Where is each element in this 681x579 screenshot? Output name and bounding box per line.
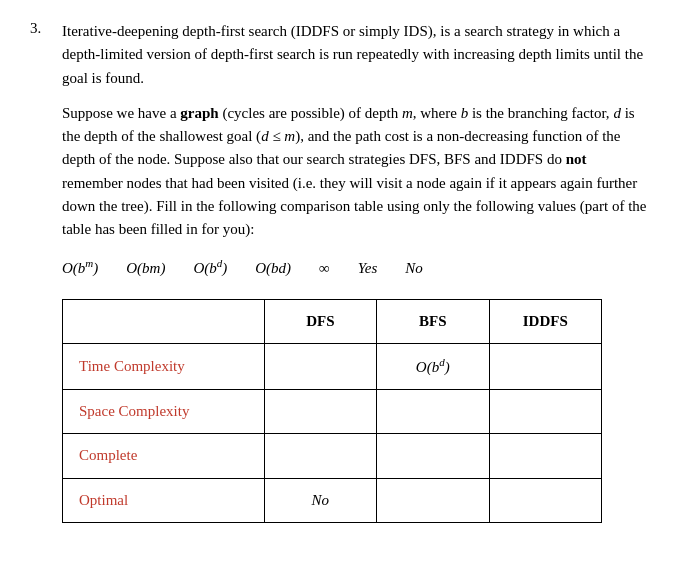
cell-time-dfs: [264, 343, 376, 389]
col-header-bfs: BFS: [377, 299, 489, 343]
cell-time-iddfs: [489, 343, 602, 389]
var-m: m: [402, 105, 413, 121]
bold-graph: graph: [180, 105, 218, 121]
cell-optimal-iddfs: [489, 478, 602, 522]
question-content: Iterative-deepening depth-first search (…: [62, 20, 651, 523]
col-header-iddfs: IDDFS: [489, 299, 602, 343]
cell-optimal-bfs: [377, 478, 489, 522]
cell-complete-dfs: [264, 434, 376, 478]
paragraph-2: Suppose we have a graph (cycles are poss…: [62, 102, 651, 242]
question-block: 3. Iterative-deepening depth-first searc…: [30, 20, 651, 523]
var-b: b: [461, 105, 469, 121]
val-obm: O(bm): [62, 255, 98, 280]
paragraph-1: Iterative-deepening depth-first search (…: [62, 20, 651, 90]
row-label-complete: Complete: [63, 434, 265, 478]
var-m2: m: [284, 128, 295, 144]
cell-time-bfs: O(bd): [377, 343, 489, 389]
table-header-row: DFS BFS IDDFS: [63, 299, 602, 343]
row-label-space: Space Complexity: [63, 390, 265, 434]
cell-complete-iddfs: [489, 434, 602, 478]
val-obd: O(bd): [193, 255, 227, 280]
var-d2: d: [261, 128, 269, 144]
cell-complete-bfs: [377, 434, 489, 478]
cell-space-bfs: [377, 390, 489, 434]
bold-not: not: [566, 151, 587, 167]
row-label-time: Time Complexity: [63, 343, 265, 389]
val-obm2: O(bm): [126, 257, 165, 280]
comparison-table: DFS BFS IDDFS Time Complexity O(bd) Spac…: [62, 299, 602, 523]
col-header-empty: [63, 299, 265, 343]
val-no: No: [405, 257, 423, 280]
val-obbd: O(bd): [255, 257, 291, 280]
question-number: 3.: [30, 20, 54, 523]
val-yes: Yes: [358, 257, 377, 280]
cell-optimal-dfs: No: [264, 478, 376, 522]
var-d: d: [613, 105, 621, 121]
table-row: Space Complexity: [63, 390, 602, 434]
cell-space-dfs: [264, 390, 376, 434]
col-header-dfs: DFS: [264, 299, 376, 343]
row-label-optimal: Optimal: [63, 478, 265, 522]
val-infinity: ∞: [319, 257, 330, 280]
table-row: Optimal No: [63, 478, 602, 522]
cell-space-iddfs: [489, 390, 602, 434]
table-row: Time Complexity O(bd): [63, 343, 602, 389]
table-row: Complete: [63, 434, 602, 478]
answer-values-row: O(bm) O(bm) O(bd) O(bd) ∞ Yes No: [62, 255, 651, 280]
